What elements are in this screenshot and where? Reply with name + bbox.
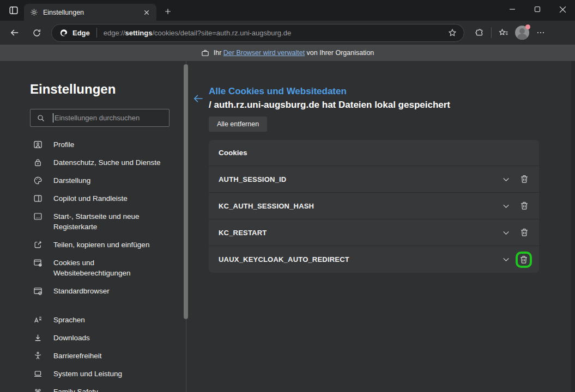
scrollbar-thumb[interactable] <box>184 64 188 319</box>
search-input[interactable] <box>55 114 165 122</box>
sidebar-item-label: Profile <box>53 139 74 150</box>
sidebar-item-label: Cookies und Websiteberechtigungen <box>53 258 165 278</box>
close-icon <box>559 6 566 13</box>
family-safety-icon <box>33 387 43 392</box>
delete-highlight <box>519 174 529 184</box>
settings-more-button[interactable] <box>531 23 550 42</box>
delete-highlight <box>519 201 529 211</box>
cookie-name: KC_RESTART <box>219 229 497 237</box>
page-header: Alle Cookies und Websitedaten / auth.rz.… <box>192 85 575 112</box>
sidebar-item[interactable]: Darstellung <box>0 171 183 189</box>
puzzle-icon <box>475 28 484 38</box>
cookies-card: Cookies AUTH_SESSION_ID <box>209 140 539 273</box>
new-tab-button[interactable] <box>160 4 176 19</box>
sidebar-item-label: System und Leistung <box>53 369 122 379</box>
cookies-permissions-icon <box>33 258 43 267</box>
search-icon <box>37 114 45 122</box>
appearance-palette-icon <box>33 176 43 185</box>
refresh-icon <box>32 28 41 38</box>
titlebar: Einstellungen <box>0 0 575 21</box>
sidebar-item[interactable]: Barrierefreiheit <box>0 347 183 365</box>
sidebar-item-label: Sprachen <box>53 315 85 325</box>
back-to-cookies-button[interactable] <box>192 93 204 105</box>
settings-scrollbar[interactable] <box>183 61 190 392</box>
cookie-row: AUTH_SESSION_ID <box>209 166 539 193</box>
sidebar-item-label: Barrierefreiheit <box>53 351 102 361</box>
address-bar[interactable]: Edge edge://settings/cookies/detail?site… <box>51 24 464 42</box>
share-icon <box>33 240 43 249</box>
managed-browser-link[interactable]: Der Browser wird verwaltet <box>223 49 305 57</box>
delete-highlight <box>516 252 532 268</box>
cookie-name: UAUX_KEYCLOAK_AUTO_REDIRECT <box>219 255 497 264</box>
sidebar-item-label: Datenschutz, Suche und Dienste <box>53 157 161 168</box>
expand-cookie-button[interactable] <box>497 197 515 215</box>
toolbar: Edge edge://settings/cookies/detail?site… <box>0 21 575 45</box>
toolbar-separator <box>491 27 492 38</box>
cookies-detail-content: Alle Cookies und Websitedaten / auth.rz.… <box>183 61 575 392</box>
delete-cookie-button[interactable] <box>515 223 534 242</box>
sidebar-item[interactable]: Downloads <box>0 329 183 347</box>
chevron-down-icon <box>501 228 511 237</box>
site-info-button[interactable]: Edge <box>59 28 90 37</box>
sidebar-item[interactable]: Datenschutz, Suche und Dienste <box>0 154 183 171</box>
briefcase-icon <box>201 49 209 57</box>
system-icon <box>33 369 43 378</box>
sidebar-item[interactable]: Profile <box>0 136 183 154</box>
back-arrow-icon <box>10 28 20 38</box>
add-favorite-button[interactable] <box>444 24 461 41</box>
maximize-button[interactable] <box>525 0 550 19</box>
sidebar-item-label: Start-, Startseite und neue Registerkart… <box>53 211 165 232</box>
tab-close-button[interactable] <box>141 7 152 18</box>
cookie-row: KC_RESTART <box>209 219 539 246</box>
accessibility-icon <box>33 351 43 360</box>
sidebar-item[interactable]: Family Safety <box>0 383 183 392</box>
expand-cookie-button[interactable] <box>497 223 515 242</box>
delete-cookie-button[interactable] <box>515 250 534 269</box>
refresh-button[interactable] <box>27 23 46 42</box>
expand-cookie-button[interactable] <box>497 170 515 188</box>
copilot-sidebar-icon <box>33 194 43 203</box>
privacy-lock-icon <box>33 158 43 167</box>
profile-icon <box>33 140 43 149</box>
trash-icon <box>519 174 529 184</box>
favorites-star-lines-icon <box>499 28 509 38</box>
settings-search-box[interactable] <box>30 109 170 127</box>
trash-icon <box>519 201 529 211</box>
sidebar-item[interactable]: Sprachen <box>0 311 183 329</box>
trash-icon <box>519 228 529 237</box>
downloads-icon <box>33 333 43 342</box>
sidebar-item-label: Downloads <box>53 333 90 343</box>
tab-actions-menu-button[interactable] <box>4 2 23 19</box>
sidebar-item[interactable]: Cookies und Websiteberechtigungen <box>0 254 183 282</box>
cookie-row: KC_AUTH_SESSION_HASH <box>209 193 539 219</box>
sidebar-item[interactable]: Start-, Startseite und neue Registerkart… <box>0 207 183 236</box>
close-window-button[interactable] <box>550 0 575 19</box>
remove-all-button[interactable]: Alle entfernen <box>209 117 267 132</box>
delete-cookie-button[interactable] <box>515 197 534 215</box>
sidebar-item[interactable]: Teilen, kopieren und einfügen <box>0 236 183 254</box>
sidebar-item[interactable]: Standardbrowser <box>0 282 183 300</box>
sidebar-item[interactable]: System und Leistung <box>0 365 183 383</box>
back-button[interactable] <box>5 23 24 42</box>
breadcrumb-all-cookies-link[interactable]: Alle Cookies und Websitedaten <box>209 85 450 98</box>
site-storage-subtitle: / auth.rz.uni-augsburg.de hat Dateien lo… <box>209 98 450 112</box>
start-home-icon <box>33 212 43 221</box>
tab-einstellungen[interactable]: Einstellungen <box>24 4 156 21</box>
expand-cookie-button[interactable] <box>497 250 515 269</box>
chevron-down-icon <box>501 175 511 184</box>
delete-cookie-button[interactable] <box>515 170 534 188</box>
sidebar-item[interactable]: Copilot und Randleiste <box>0 189 183 207</box>
toolbar-right <box>470 23 550 42</box>
edge-logo-icon <box>59 28 68 37</box>
cookie-name: AUTH_SESSION_ID <box>219 175 497 183</box>
favorites-button[interactable] <box>494 23 513 42</box>
managed-browser-banner: Ihr Der Browser wird verwaltet von Ihrer… <box>0 45 575 61</box>
star-icon <box>448 28 457 37</box>
close-icon <box>144 10 149 15</box>
extensions-button[interactable] <box>470 23 488 42</box>
cookie-name: KC_AUTH_SESSION_HASH <box>219 202 497 210</box>
settings-page: Einstellungen Profile Datenschutz, Suche… <box>0 61 575 392</box>
minimize-button[interactable] <box>500 0 525 19</box>
back-arrow-icon <box>192 93 204 105</box>
profile-button[interactable] <box>513 23 531 42</box>
